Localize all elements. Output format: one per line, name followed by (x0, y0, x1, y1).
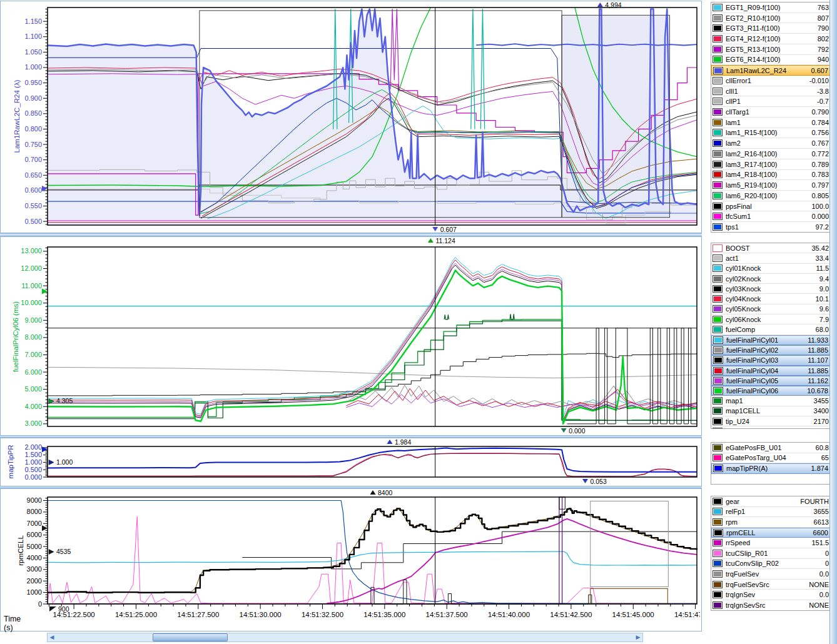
legend-row-lam2[interactable]: lam20.767 (711, 138, 831, 149)
param-value: -3.8 (817, 88, 829, 95)
legend-row-trqFuelSevSrc[interactable]: trqFuelSevSrcNONE (711, 580, 831, 590)
color-swatch (713, 129, 723, 136)
min-marker-value: 0.053 (590, 478, 606, 485)
legend-row-trqIgnSevSrc[interactable]: trqIgnSevSrcNONE (711, 600, 831, 611)
legend-row-cyl03Knock[interactable]: cyl03Knock9.0 (711, 284, 831, 294)
max-marker-value: 8400 (378, 489, 393, 496)
chart-panel-fuel[interactable]: 3.0004.0005.0006.0007.0008.0009.00010.00… (0, 236, 702, 436)
svg-text:10.000: 10.000 (21, 299, 42, 306)
scroll-left-arrow-icon[interactable]: ◀ (48, 633, 56, 641)
legend-row-map1[interactable]: map13455 (711, 396, 831, 406)
param-name: map1CELL (726, 407, 814, 415)
legend-row-tip_U24[interactable]: tip_U242170 (711, 416, 831, 426)
param-name: trqFuelSev (726, 570, 819, 578)
legend-row-tcuConvSlip_R02[interactable]: tcuConvSlip_R020 (711, 559, 831, 570)
legend-row-fuelFinalPriCyl05[interactable]: fuelFinalPriCyl0511.162 (711, 376, 831, 386)
legend-row-Lam1RawL2C_R24[interactable]: Lam1RawL2C_R240.607 (711, 65, 831, 76)
legend-row-EGT3_R11-f(100)[interactable]: EGT3_R11-f(100)790 (711, 23, 831, 34)
legend-row-cllI1[interactable]: cllI1-3.8 (711, 86, 831, 97)
legend-row-relFp1[interactable]: relFp13655 (711, 507, 831, 518)
trace-inj-cyl05 (48, 263, 697, 421)
legend-row-partial[interactable] (711, 426, 831, 429)
legend-row-cyl01Knock[interactable]: cyl01Knock11.5 (711, 264, 831, 274)
legend-row-rpmCELL[interactable]: rpmCELL6600 (711, 528, 831, 538)
scrollbar-thumb[interactable] (153, 633, 228, 641)
param-name: tfcSum1 (726, 213, 811, 220)
legend-row-fuelFinalPriCyl03[interactable]: fuelFinalPriCyl0311.107 (711, 355, 831, 365)
param-value: 0.772 (811, 150, 829, 158)
param-name: eGatePosFB_U01 (726, 444, 816, 451)
param-value: 9.6 (819, 305, 829, 313)
scroll-right-arrow-icon[interactable]: ▶ (634, 633, 642, 641)
legend-row-trqIgnSev[interactable]: trqIgnSev0.0 (711, 590, 831, 600)
legend-row-lam1_R15-f(100)[interactable]: lam1_R15-f(100)0.756 (711, 128, 831, 139)
legend-row-gear[interactable]: gearFOURTH (711, 496, 831, 507)
color-swatch (713, 346, 723, 354)
svg-text:4.000: 4.000 (24, 403, 42, 410)
legend-row-lam1[interactable]: lam10.784 (711, 118, 831, 128)
param-name: EGT4_R12-f(100) (726, 35, 818, 43)
legend-row-cyl02Knock[interactable]: cyl02Knock9.4 (711, 274, 831, 284)
legend-row-map1CELL[interactable]: map1CELL3400 (711, 406, 831, 416)
legend-row-cyl06Knock[interactable]: cyl06Knock7.9 (711, 314, 831, 325)
color-swatch (713, 139, 723, 147)
legend-row-act1[interactable]: act133.4 (711, 253, 831, 263)
svg-text:0.850: 0.850 (24, 109, 42, 117)
legend-row-cyl05Knock[interactable]: cyl05Knock9.6 (711, 304, 831, 314)
legend-row-lam6_R20-f(100)[interactable]: lam6_R20-f(100)0.805 (711, 191, 831, 201)
trace-mapTipPR-A (48, 448, 697, 471)
legend-row-rpm[interactable]: rpm6613 (711, 517, 831, 528)
legend-row-EGT2_R10-f(100)[interactable]: EGT2_R10-f(100)807 (711, 13, 831, 24)
color-swatch (713, 377, 723, 385)
legend-row-lam3_R17-f(100)[interactable]: lam3_R17-f(100)0.789 (711, 159, 831, 170)
trace-inj-cyl01 (48, 258, 697, 419)
legend-row-fuelFinalPriCyl01[interactable]: fuelFinalPriCyl0111.933 (711, 335, 831, 345)
chart-panel-maptip[interactable]: 0.0000.5001.0001.5002.000mapTipPR1.9840.… (0, 438, 702, 486)
svg-text:3.000: 3.000 (24, 420, 42, 427)
legend-row-cllP1[interactable]: cllP1-0.7 (711, 96, 831, 107)
legend-row-fuelFinalPriCyl02[interactable]: fuelFinalPriCyl0211.885 (711, 345, 831, 355)
param-value: 68.0 (816, 326, 829, 333)
legend-row-mapTipPR(A)[interactable]: mapTipPR(A)1.874 (711, 463, 831, 474)
legend-row-lam2_R16-f(100)[interactable]: lam2_R16-f(100)0.772 (711, 149, 831, 159)
legend-row-fuelComp[interactable]: fuelComp68.0 (711, 325, 831, 335)
legend-row-eGatePosFB_U01[interactable]: eGatePosFB_U0160.8 (711, 443, 831, 453)
param-value: 0.767 (811, 139, 829, 147)
legend-row-fuelFinalPriCyl06[interactable]: fuelFinalPriCyl0610.678 (711, 386, 831, 396)
color-swatch (713, 108, 723, 116)
legend-row-lam4_R18-f(100)[interactable]: lam4_R18-f(100)0.783 (711, 170, 831, 181)
legend-row-cllTarg1[interactable]: cllTarg10.790 (711, 107, 831, 118)
plot-frame (48, 247, 697, 426)
chart-panel-lambda[interactable]: 0.5000.5500.6000.6500.7000.7500.8000.850… (0, 1, 702, 233)
svg-text:0.700: 0.700 (24, 156, 42, 163)
color-swatch (713, 397, 723, 405)
param-value: 11.107 (808, 356, 828, 364)
legend-row-BOOST[interactable]: BOOST35.42 (711, 243, 831, 253)
legend-row-EGT6_R14-f(100)[interactable]: EGT6_R14-f(100)940 (711, 55, 831, 66)
legend-row-cyl04Knock[interactable]: cyl04Knock10.1 (711, 294, 831, 304)
chart-panel-rpm[interactable]: 0100020003000400050006000700080009000rpm… (0, 488, 702, 631)
color-swatch (713, 56, 723, 63)
param-value: 10.678 (807, 387, 828, 395)
horizontal-scrollbar[interactable]: ◀ ▶ (47, 633, 643, 642)
legend-row-EGT1_R09-f(100)[interactable]: EGT1_R09-f(100)763 (711, 3, 831, 13)
legend-row-fuelFinalPriCyl04[interactable]: fuelFinalPriCyl0411.885 (711, 366, 831, 376)
svg-text:7000: 7000 (27, 520, 42, 527)
legend-row-lam5_R19-f(100)[interactable]: lam5_R19-f(100)0.797 (711, 180, 831, 191)
legend-row-EGT5_R13-f(100)[interactable]: EGT5_R13-f(100)792 (711, 44, 831, 55)
legend-row-eGatePosTarg_U04[interactable]: eGatePosTarg_U0465 (711, 453, 831, 464)
param-name: lam1 (726, 119, 811, 126)
legend-row-tcuCSlip_R01[interactable]: tcuCSlip_R010 (711, 548, 831, 559)
trace-map1 (48, 319, 697, 420)
trace-teal-spike-3 (471, 9, 475, 129)
legend-row-EGT4_R12-f(100)[interactable]: EGT4_R12-f(100)802 (711, 34, 831, 44)
legend-row-ppsFinal[interactable]: ppsFinal100.0 (711, 201, 831, 212)
legend-row-tps1[interactable]: tps197.2 (711, 222, 831, 233)
svg-text:9000: 9000 (27, 496, 42, 504)
legend-row-rrSpeed[interactable]: rrSpeed151.5 (711, 538, 831, 548)
legend-row-trqFuelSev[interactable]: trqFuelSev0.0 (711, 569, 831, 580)
param-value: 97.2 (816, 223, 829, 231)
param-name: trqIgnSevSrc (726, 601, 809, 609)
legend-row-cllError1[interactable]: cllError1-0.010 (711, 76, 831, 86)
legend-row-tfcSum1[interactable]: tfcSum10.000 (711, 211, 831, 222)
